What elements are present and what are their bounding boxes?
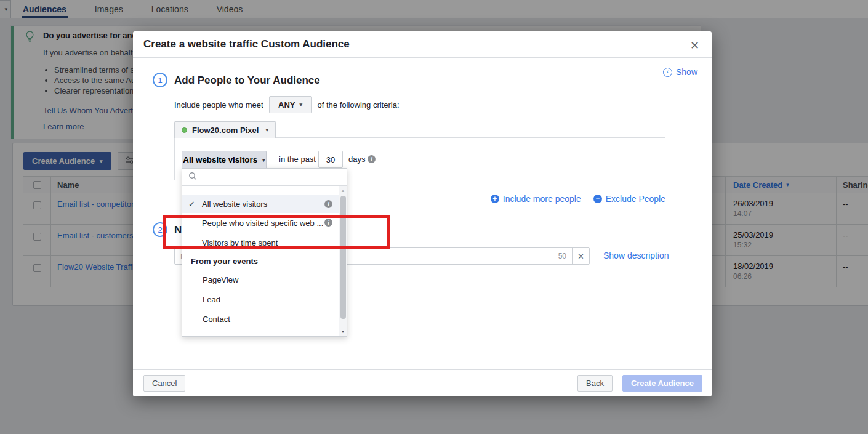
match-type-dropdown[interactable]: ANY ▾	[269, 96, 312, 113]
option-visitors-by-time-spent[interactable]: Visitors by time spent	[182, 233, 339, 252]
chevron-left-circle-icon: ‹	[663, 68, 672, 77]
pixel-name: Flow20.com Pixel	[192, 126, 259, 135]
option-viewcontent[interactable]: ViewContent	[182, 329, 339, 336]
days-label: days	[348, 151, 365, 168]
scroll-up-icon[interactable]: ▲	[339, 188, 347, 193]
step-1-heading: Add People to Your Audience	[174, 74, 320, 87]
show-label: Show	[676, 67, 697, 77]
caret-down-icon: ▾	[300, 102, 303, 108]
include-suffix-label: of the following criteria:	[318, 100, 400, 110]
info-icon[interactable]: i	[368, 155, 376, 163]
screen: ▾ Audiences Images Locations Videos Do y…	[0, 0, 868, 434]
dropdown-scrollbar[interactable]: ▲ ▼	[339, 186, 347, 336]
modal-header: Create a website traffic Custom Audience…	[133, 31, 712, 58]
visitor-type-dropdown[interactable]: All website visitors ▾	[182, 151, 267, 168]
option-lead[interactable]: Lead	[182, 289, 339, 309]
option-label: All website visitors	[202, 199, 267, 209]
close-icon[interactable]: ✕	[688, 38, 702, 54]
modal-title: Create a website traffic Custom Audience	[143, 38, 350, 50]
scrollbar-thumb[interactable]	[340, 196, 346, 319]
in-the-past-label: in the past	[279, 151, 316, 168]
show-toggle-link[interactable]: ‹ Show	[663, 67, 697, 77]
create-custom-audience-modal: Create a website traffic Custom Audience…	[133, 31, 712, 396]
show-description-link[interactable]: Show description	[603, 251, 669, 260]
pixel-active-dot-icon	[182, 127, 187, 133]
pixel-source-dropdown[interactable]: Flow20.com Pixel ▾	[174, 121, 276, 138]
option-people-specific-pages[interactable]: People who visited specific web ... i	[182, 213, 339, 233]
visitor-type-dropdown-menu: ✓ All website visitors i People who visi…	[182, 168, 347, 337]
match-criteria-line: Include people who meet ANY ▾ of the fol…	[174, 96, 400, 113]
clear-input-button[interactable]: ✕	[572, 248, 589, 264]
info-icon[interactable]: i	[324, 219, 332, 227]
minus-circle-icon: −	[593, 195, 602, 203]
option-label: Visitors by time spent	[202, 238, 278, 247]
include-more-label: Include more people	[503, 194, 581, 204]
info-icon[interactable]: i	[324, 200, 332, 208]
retention-days-input[interactable]	[318, 151, 343, 168]
dropdown-option-list: ✓ All website visitors i People who visi…	[182, 186, 339, 336]
include-prefix-label: Include people who meet	[174, 100, 263, 110]
caret-down-icon: ▾	[262, 157, 265, 163]
match-type-value: ANY	[278, 100, 295, 110]
group-header-from-your-events: From your events	[182, 252, 339, 270]
option-pageview[interactable]: PageView	[182, 270, 339, 289]
close-icon: ✕	[577, 252, 584, 261]
caret-down-icon: ▾	[265, 127, 268, 133]
visitor-type-value: All website visitors	[183, 155, 257, 164]
check-icon: ✓	[188, 199, 195, 209]
plus-circle-icon: +	[491, 195, 499, 203]
cancel-button[interactable]: Cancel	[143, 375, 185, 392]
step-2-badge: 2	[153, 222, 167, 237]
create-audience-submit-button[interactable]: Create Audience	[622, 375, 702, 392]
exclude-people-link[interactable]: − Exclude People	[593, 194, 665, 204]
character-count: 50	[558, 252, 572, 260]
step-1-badge: 1	[153, 73, 167, 87]
option-contact[interactable]: Contact	[182, 309, 339, 329]
search-icon	[188, 172, 197, 182]
modal-footer: Cancel Back Create Audience	[133, 369, 712, 396]
option-label: People who visited specific web ...	[202, 219, 323, 228]
exclude-label: Exclude People	[606, 194, 665, 204]
dropdown-search-input[interactable]	[182, 169, 347, 186]
include-more-people-link[interactable]: + Include more people	[491, 194, 581, 204]
back-button[interactable]: Back	[577, 375, 613, 392]
scroll-down-icon[interactable]: ▼	[339, 329, 347, 334]
option-all-website-visitors[interactable]: ✓ All website visitors i	[182, 195, 339, 213]
modal-body: ‹ Show 1 Add People to Your Audience Inc…	[133, 58, 712, 369]
audience-rule-actions: + Include more people − Exclude People	[491, 194, 665, 204]
